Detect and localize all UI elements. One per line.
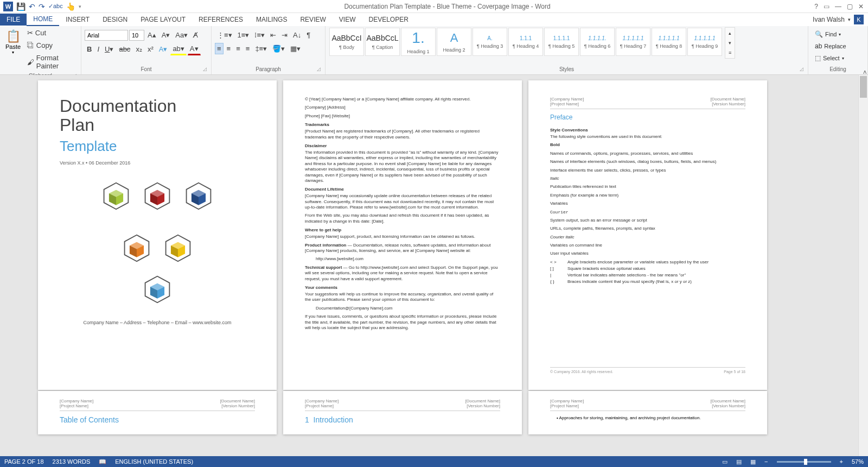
- cube-icon: [142, 181, 173, 211]
- status-page[interactable]: PAGE 2 OF 18: [4, 458, 44, 465]
- spellcheck-icon[interactable]: ✓abc: [48, 3, 63, 10]
- change-case-icon[interactable]: Aa▾: [173, 29, 190, 41]
- status-words[interactable]: 2313 WORDS: [53, 458, 91, 465]
- find-button[interactable]: 🔍Find▾: [812, 29, 844, 40]
- format-painter-button[interactable]: 🖌 Format Painter: [25, 52, 78, 72]
- tab-home[interactable]: HOME: [27, 13, 59, 26]
- tab-insert[interactable]: INSERT: [59, 14, 96, 26]
- status-bar: PAGE 2 OF 18 2313 WORDS 📖 ENGLISH (UNITE…: [0, 456, 868, 467]
- web-layout-icon[interactable]: ▦: [750, 458, 756, 465]
- status-language[interactable]: ENGLISH (UNITED STATES): [115, 458, 193, 465]
- style---heading-7[interactable]: 1.1.1.1.1¶ Heading 7: [616, 28, 650, 56]
- replace-button[interactable]: abReplace: [812, 41, 850, 52]
- clear-format-icon[interactable]: A̸: [191, 29, 200, 41]
- paragraph-dialog-icon[interactable]: ◿: [317, 66, 321, 72]
- minimize-icon[interactable]: —: [835, 3, 841, 10]
- undo-icon[interactable]: ↶: [29, 2, 35, 11]
- shading-icon[interactable]: 🪣▾: [270, 43, 287, 54]
- subscript-button[interactable]: x₂: [133, 43, 144, 55]
- bold-button[interactable]: B: [85, 43, 94, 55]
- font-color-icon[interactable]: A▾: [188, 43, 201, 55]
- styles-gallery[interactable]: AaBbCcI¶ BodyAaBbCcL¶ Caption1.Heading 1…: [329, 27, 723, 56]
- align-right-icon[interactable]: ≡: [234, 43, 242, 54]
- style---caption[interactable]: AaBbCcL¶ Caption: [365, 28, 400, 56]
- restore-icon[interactable]: ▢: [847, 3, 853, 10]
- zoom-in-icon[interactable]: +: [840, 458, 843, 465]
- show-marks-icon[interactable]: ¶: [304, 29, 312, 41]
- justify-icon[interactable]: ≡: [244, 43, 252, 54]
- align-left-icon[interactable]: ≡: [215, 43, 224, 54]
- shrink-font-icon[interactable]: A▾: [159, 29, 173, 41]
- user-name: Ivan Walsh: [813, 16, 845, 23]
- strike-button[interactable]: abc: [117, 43, 132, 55]
- zoom-slider[interactable]: [777, 461, 831, 463]
- style---heading-9[interactable]: 1.1.1.1.1¶ Heading 9: [687, 28, 722, 56]
- inc-indent-icon[interactable]: ⇥: [279, 29, 290, 41]
- zoom-out-icon[interactable]: −: [764, 458, 768, 465]
- ribbon-options-icon[interactable]: ▭: [824, 3, 829, 10]
- vertical-scrollbar[interactable]: ʌ: [858, 75, 868, 456]
- cut-icon: ✂: [27, 29, 33, 37]
- style---heading-6[interactable]: 1.1.1.1.¶ Heading 6: [580, 28, 615, 56]
- read-mode-icon[interactable]: ▭: [722, 458, 727, 465]
- text-effects-icon[interactable]: A▾: [157, 43, 170, 55]
- italic-button[interactable]: I: [95, 43, 101, 55]
- styles-dialog-icon[interactable]: ◿: [800, 66, 803, 72]
- cut-button[interactable]: ✂ Cut: [25, 27, 78, 39]
- cover-cubes: [87, 181, 228, 305]
- print-layout-icon[interactable]: ▤: [736, 458, 742, 465]
- save-icon[interactable]: 💾: [16, 2, 25, 11]
- style-heading-2[interactable]: AHeading 2: [437, 28, 471, 56]
- style---heading-3[interactable]: A.¶ Heading 3: [473, 28, 507, 56]
- font-dialog-icon[interactable]: ◿: [203, 66, 207, 72]
- ribbon-tabs: FILE HOME INSERT DESIGN PAGE LAYOUT REFE…: [0, 13, 868, 26]
- select-button[interactable]: ⬚Select▾: [812, 53, 847, 64]
- user-initial: K: [854, 15, 864, 24]
- font-name-input[interactable]: [85, 30, 128, 41]
- dec-indent-icon[interactable]: ⇤: [268, 29, 278, 41]
- tab-developer[interactable]: DEVELOPER: [362, 14, 414, 26]
- redo-icon[interactable]: ↷: [39, 2, 45, 11]
- gallery-up-icon[interactable]: ▴: [726, 29, 733, 37]
- highlight-icon[interactable]: ab▾: [170, 43, 186, 55]
- ribbon-collapse-icon[interactable]: ʌ: [863, 68, 867, 75]
- touch-icon[interactable]: 👆: [66, 2, 75, 11]
- style---heading-4[interactable]: 1.1.1¶ Heading 4: [508, 28, 543, 56]
- tab-references[interactable]: REFERENCES: [192, 14, 250, 26]
- qat-dropdown-icon[interactable]: ▾: [79, 4, 81, 9]
- bullets-icon[interactable]: ⋮≡▾: [215, 29, 234, 41]
- help-icon[interactable]: ?: [814, 3, 818, 10]
- multilevel-icon[interactable]: ⁞≡▾: [252, 29, 267, 41]
- tab-mailings[interactable]: MAILINGS: [250, 14, 293, 26]
- line-spacing-icon[interactable]: ‡≡▾: [253, 43, 269, 54]
- numbering-icon[interactable]: 1≡▾: [235, 29, 252, 41]
- superscript-button[interactable]: x²: [145, 43, 156, 55]
- zoom-level[interactable]: 57%: [852, 458, 864, 465]
- font-size-input[interactable]: [129, 30, 144, 41]
- group-font: A▴ A▾ Aa▾ A̸ B I U▾ abc x₂ x² A▾ ab▾ A▾ …: [81, 26, 212, 74]
- align-center-icon[interactable]: ≡: [225, 43, 233, 54]
- tab-file[interactable]: FILE: [0, 14, 27, 26]
- paste-button[interactable]: 📋 Paste ▾: [3, 27, 23, 57]
- style---body[interactable]: AaBbCcI¶ Body: [329, 28, 364, 56]
- title-bar: W 💾 ↶ ↷ ✓abc 👆 ▾ Documentation Plan Temp…: [0, 0, 868, 13]
- style-heading-1[interactable]: 1.Heading 1: [401, 28, 436, 56]
- copy-button[interactable]: ⿻ Copy: [25, 40, 78, 51]
- tab-review[interactable]: REVIEW: [293, 14, 332, 26]
- grow-font-icon[interactable]: A▴: [145, 29, 158, 41]
- borders-icon[interactable]: ▦▾: [288, 43, 303, 54]
- tab-page-layout[interactable]: PAGE LAYOUT: [134, 14, 192, 26]
- proofing-icon[interactable]: 📖: [99, 458, 106, 465]
- sort-icon[interactable]: A↓: [291, 29, 303, 41]
- gallery-more-icon[interactable]: ≡: [726, 48, 733, 57]
- tab-view[interactable]: VIEW: [333, 14, 362, 26]
- ribbon: 📋 Paste ▾ ✂ Cut ⿻ Copy 🖌 Format Painter …: [0, 26, 868, 75]
- close-icon[interactable]: ✕: [858, 3, 864, 10]
- gallery-down-icon[interactable]: ▾: [726, 39, 733, 47]
- style---heading-5[interactable]: 1.1.1.1¶ Heading 5: [544, 28, 579, 56]
- underline-button[interactable]: U▾: [103, 43, 116, 55]
- style---heading-8[interactable]: 1.1.1.1.1¶ Heading 8: [652, 28, 686, 56]
- tab-design[interactable]: DESIGN: [96, 14, 134, 26]
- scroll-thumb[interactable]: [860, 76, 867, 98]
- user-account[interactable]: Ivan Walsh ▾ K: [808, 15, 868, 24]
